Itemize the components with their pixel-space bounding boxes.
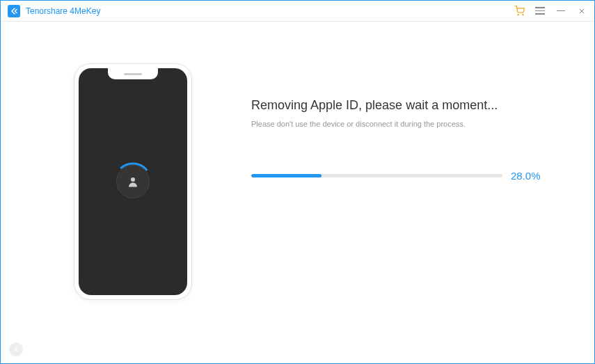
content-area: Removing Apple ID, please wait a moment.… — [1, 22, 594, 342]
menu-icon[interactable] — [534, 6, 546, 17]
progress-track — [251, 174, 502, 177]
progress-fill — [251, 174, 322, 177]
phone-notch — [108, 68, 158, 79]
status-subtext: Please don't use the device or disconnec… — [251, 120, 546, 128]
device-illustration — [29, 56, 237, 300]
info-panel: Removing Apple ID, please wait a moment.… — [237, 56, 566, 182]
app-logo-icon — [8, 5, 20, 17]
app-window: Tenorshare 4MeKey — [0, 0, 595, 364]
app-title: Tenorshare 4MeKey — [26, 6, 514, 16]
phone-screen — [79, 68, 187, 295]
phone-frame — [74, 63, 192, 300]
titlebar-controls — [514, 6, 587, 17]
cart-icon[interactable] — [514, 6, 525, 17]
back-button[interactable] — [9, 342, 23, 356]
svg-point-0 — [518, 15, 518, 15]
minimize-button[interactable] — [555, 6, 566, 17]
spinner-arc-icon — [113, 162, 152, 201]
svg-point-4 — [113, 162, 152, 201]
status-heading: Removing Apple ID, please wait a moment.… — [251, 98, 546, 113]
progress-bar: 28.0% — [251, 170, 546, 182]
close-button[interactable] — [576, 6, 587, 17]
progress-percent-label: 28.0% — [511, 170, 546, 182]
titlebar: Tenorshare 4MeKey — [1, 1, 594, 22]
svg-point-1 — [522, 15, 523, 15]
user-avatar-spinner — [116, 165, 150, 198]
